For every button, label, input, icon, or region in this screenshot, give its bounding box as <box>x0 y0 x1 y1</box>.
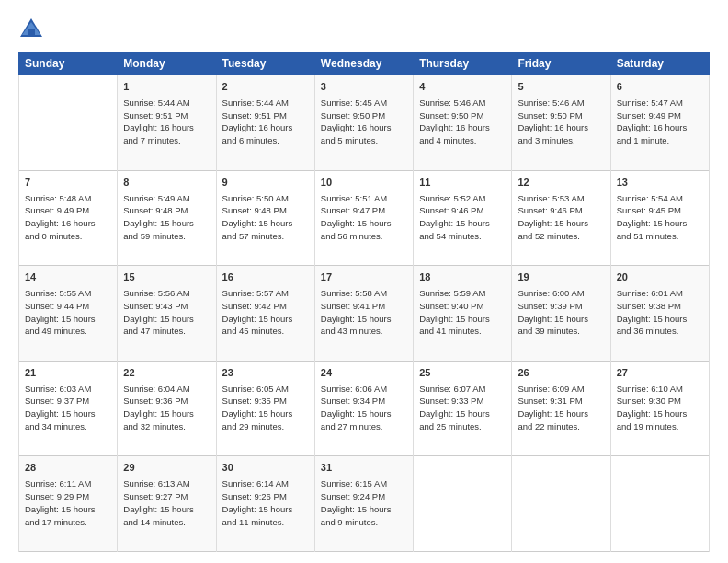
day-number: 17 <box>321 270 407 285</box>
day-number: 3 <box>321 80 407 95</box>
calendar-cell: 20Sunrise: 6:01 AMSunset: 9:38 PMDayligh… <box>610 266 709 362</box>
day-number: 2 <box>222 80 309 95</box>
day-number: 6 <box>617 80 703 95</box>
calendar-cell: 7Sunrise: 5:48 AMSunset: 9:49 PMDaylight… <box>19 170 118 266</box>
day-number: 31 <box>321 461 407 476</box>
day-number: 29 <box>123 461 210 476</box>
day-number: 20 <box>617 270 703 285</box>
calendar-cell: 6Sunrise: 5:47 AMSunset: 9:49 PMDaylight… <box>610 75 709 171</box>
calendar-cell <box>414 456 512 552</box>
weekday-header: Saturday <box>610 52 709 75</box>
day-number: 1 <box>123 80 210 95</box>
calendar-cell: 3Sunrise: 5:45 AMSunset: 9:50 PMDaylight… <box>314 75 413 171</box>
day-number: 22 <box>123 366 210 381</box>
calendar-cell <box>19 75 118 171</box>
calendar-cell: 5Sunrise: 5:46 AMSunset: 9:50 PMDaylight… <box>512 75 610 171</box>
calendar-cell <box>610 456 709 552</box>
weekday-header-row: SundayMondayTuesdayWednesdayThursdayFrid… <box>19 52 710 75</box>
calendar-week-row: 14Sunrise: 5:55 AMSunset: 9:44 PMDayligh… <box>19 266 710 362</box>
calendar-week-row: 7Sunrise: 5:48 AMSunset: 9:49 PMDaylight… <box>19 170 710 266</box>
weekday-header: Monday <box>118 52 216 75</box>
weekday-header: Friday <box>512 52 610 75</box>
calendar-cell: 14Sunrise: 5:55 AMSunset: 9:44 PMDayligh… <box>19 266 118 362</box>
calendar-cell: 26Sunrise: 6:09 AMSunset: 9:31 PMDayligh… <box>512 361 610 456</box>
calendar-cell: 25Sunrise: 6:07 AMSunset: 9:33 PMDayligh… <box>414 361 512 456</box>
day-number: 27 <box>617 366 703 381</box>
day-number: 18 <box>419 270 506 285</box>
day-number: 16 <box>222 270 309 285</box>
day-number: 26 <box>518 366 604 381</box>
weekday-header: Thursday <box>414 52 512 75</box>
day-number: 14 <box>25 270 111 285</box>
weekday-header: Sunday <box>19 52 118 75</box>
calendar-cell: 9Sunrise: 5:50 AMSunset: 9:48 PMDaylight… <box>216 170 314 266</box>
calendar-cell: 24Sunrise: 6:06 AMSunset: 9:34 PMDayligh… <box>314 361 413 456</box>
day-number: 30 <box>222 461 309 476</box>
weekday-header: Wednesday <box>314 52 413 75</box>
calendar-cell: 8Sunrise: 5:49 AMSunset: 9:48 PMDaylight… <box>118 170 216 266</box>
day-number: 25 <box>419 366 506 381</box>
calendar-cell <box>512 456 610 552</box>
day-number: 21 <box>25 366 111 381</box>
header <box>18 17 710 42</box>
calendar-table: SundayMondayTuesdayWednesdayThursdayFrid… <box>18 52 710 552</box>
day-number: 12 <box>518 176 604 190</box>
calendar-week-row: 28Sunrise: 6:11 AMSunset: 9:29 PMDayligh… <box>19 456 710 552</box>
day-number: 11 <box>419 176 506 190</box>
calendar-cell: 12Sunrise: 5:53 AMSunset: 9:46 PMDayligh… <box>512 170 610 266</box>
calendar-cell: 18Sunrise: 5:59 AMSunset: 9:40 PMDayligh… <box>414 266 512 362</box>
calendar-cell: 31Sunrise: 6:15 AMSunset: 9:24 PMDayligh… <box>314 456 413 552</box>
day-number: 4 <box>419 80 506 95</box>
day-number: 8 <box>123 176 210 190</box>
day-number: 19 <box>518 270 604 285</box>
calendar-cell: 28Sunrise: 6:11 AMSunset: 9:29 PMDayligh… <box>19 456 118 552</box>
logo-icon <box>18 17 44 42</box>
calendar-cell: 4Sunrise: 5:46 AMSunset: 9:50 PMDaylight… <box>414 75 512 171</box>
calendar-cell: 30Sunrise: 6:14 AMSunset: 9:26 PMDayligh… <box>216 456 314 552</box>
svg-rect-2 <box>28 29 35 37</box>
calendar-cell: 17Sunrise: 5:58 AMSunset: 9:41 PMDayligh… <box>314 266 413 362</box>
calendar-cell: 11Sunrise: 5:52 AMSunset: 9:46 PMDayligh… <box>414 170 512 266</box>
day-number: 7 <box>25 176 111 190</box>
day-number: 24 <box>321 366 407 381</box>
calendar-cell: 19Sunrise: 6:00 AMSunset: 9:39 PMDayligh… <box>512 266 610 362</box>
calendar-cell: 23Sunrise: 6:05 AMSunset: 9:35 PMDayligh… <box>216 361 314 456</box>
day-number: 15 <box>123 270 210 285</box>
calendar-week-row: 21Sunrise: 6:03 AMSunset: 9:37 PMDayligh… <box>19 361 710 456</box>
calendar-cell: 1Sunrise: 5:44 AMSunset: 9:51 PMDaylight… <box>118 75 216 171</box>
weekday-header: Tuesday <box>216 52 314 75</box>
calendar-cell: 27Sunrise: 6:10 AMSunset: 9:30 PMDayligh… <box>610 361 709 456</box>
page: SundayMondayTuesdayWednesdayThursdayFrid… <box>0 0 728 563</box>
calendar-cell: 16Sunrise: 5:57 AMSunset: 9:42 PMDayligh… <box>216 266 314 362</box>
day-number: 5 <box>518 80 604 95</box>
calendar-cell: 29Sunrise: 6:13 AMSunset: 9:27 PMDayligh… <box>118 456 216 552</box>
day-number: 10 <box>321 176 407 190</box>
calendar-cell: 10Sunrise: 5:51 AMSunset: 9:47 PMDayligh… <box>314 170 413 266</box>
calendar-cell: 15Sunrise: 5:56 AMSunset: 9:43 PMDayligh… <box>118 266 216 362</box>
day-number: 13 <box>617 176 703 190</box>
calendar-week-row: 1Sunrise: 5:44 AMSunset: 9:51 PMDaylight… <box>19 75 710 171</box>
calendar-cell: 2Sunrise: 5:44 AMSunset: 9:51 PMDaylight… <box>216 75 314 171</box>
calendar-cell: 13Sunrise: 5:54 AMSunset: 9:45 PMDayligh… <box>610 170 709 266</box>
day-number: 23 <box>222 366 309 381</box>
logo <box>18 17 48 42</box>
calendar-cell: 21Sunrise: 6:03 AMSunset: 9:37 PMDayligh… <box>19 361 118 456</box>
calendar-cell: 22Sunrise: 6:04 AMSunset: 9:36 PMDayligh… <box>118 361 216 456</box>
day-number: 28 <box>25 461 111 476</box>
day-number: 9 <box>222 176 309 190</box>
